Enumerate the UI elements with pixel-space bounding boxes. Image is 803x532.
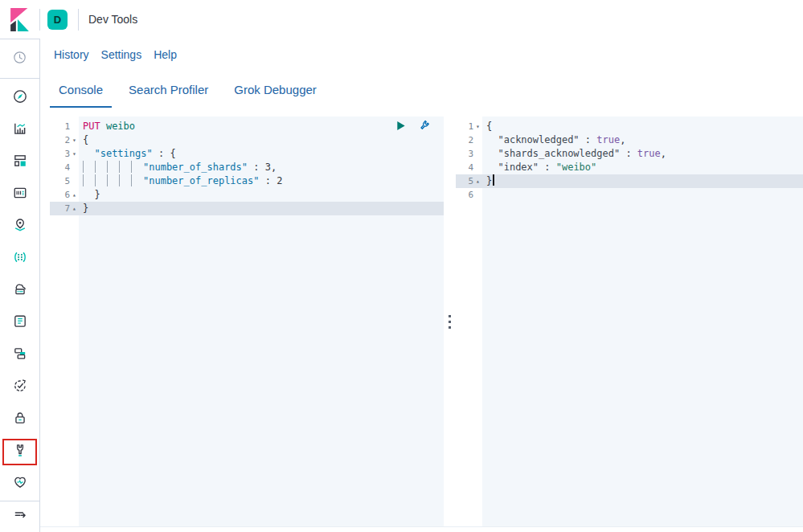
code-token: : bbox=[260, 175, 277, 186]
sidebar-collapse-menu[interactable] bbox=[13, 501, 27, 532]
indent-guide bbox=[83, 174, 95, 186]
tab-search-profiler[interactable]: Search Profiler bbox=[120, 71, 217, 108]
code-line[interactable]: } bbox=[79, 202, 444, 215]
request-settings-button[interactable] bbox=[417, 119, 431, 137]
fold-down-icon[interactable]: ▾ bbox=[473, 124, 482, 130]
sidebar-item-canvas[interactable] bbox=[0, 178, 39, 211]
code-token: , bbox=[620, 134, 625, 145]
lock-icon bbox=[13, 411, 27, 428]
text-cursor bbox=[493, 174, 494, 186]
code-token: , bbox=[271, 162, 277, 173]
fold-up-icon[interactable]: ▴ bbox=[70, 192, 79, 198]
code-line[interactable]: PUT weibo bbox=[79, 120, 444, 133]
global-header: D Dev Tools bbox=[0, 0, 803, 39]
line-number: 1 bbox=[64, 120, 70, 133]
line-number: 1 bbox=[468, 120, 473, 133]
code-token: "number_of_shards" bbox=[143, 162, 248, 173]
global-sidebar bbox=[0, 39, 40, 532]
fold-down-icon[interactable]: ▾ bbox=[70, 151, 79, 158]
editor-line: 4"number_of_shards" : 3, bbox=[50, 161, 444, 174]
sidebar-item-metrics[interactable] bbox=[0, 275, 39, 307]
code-line[interactable]: { bbox=[79, 133, 444, 147]
sidebar-item-maps[interactable] bbox=[0, 211, 39, 243]
code-line[interactable]: "number_of_replicas" : 2 bbox=[79, 174, 444, 188]
code-token: "index" bbox=[498, 162, 539, 173]
response-output[interactable]: 1▾{2 "acknowledged" : true,3 "shards_ack… bbox=[456, 117, 803, 526]
dev-tools-nav: HistorySettingsHelp bbox=[40, 39, 803, 71]
line-number-gutter: 2▾ bbox=[50, 133, 79, 147]
nav-link-settings[interactable]: Settings bbox=[101, 48, 142, 61]
bar-chart-icon bbox=[13, 121, 27, 139]
sidebar-item-dev-tools[interactable] bbox=[0, 436, 39, 468]
line-number-gutter: 7▴ bbox=[50, 202, 79, 215]
sidebar-item-siem[interactable] bbox=[0, 403, 39, 436]
line-number-gutter: 3 bbox=[456, 147, 482, 161]
code-token: : bbox=[539, 162, 556, 173]
sidebar-apps-section bbox=[0, 79, 39, 500]
code-token bbox=[83, 148, 94, 159]
line-number: 5 bbox=[468, 174, 473, 188]
pane-resize-handle[interactable] bbox=[444, 117, 456, 526]
code-line[interactable]: "settings" : { bbox=[79, 147, 444, 161]
code-line[interactable]: } bbox=[79, 188, 444, 202]
code-line[interactable]: "acknowledged" : true, bbox=[482, 133, 803, 147]
request-lines: 1PUT weibo2▾{3▾ "settings" : {4"number_o… bbox=[50, 120, 444, 215]
sidebar-item-apm[interactable] bbox=[0, 339, 39, 371]
line-number: 4 bbox=[468, 161, 473, 174]
indent-guide bbox=[131, 174, 143, 186]
request-actions bbox=[395, 119, 431, 137]
sidebar-item-uptime[interactable] bbox=[0, 371, 39, 403]
line-number-gutter: 3▾ bbox=[50, 147, 79, 161]
editor-line: 6 bbox=[456, 188, 803, 202]
indent-guide bbox=[131, 161, 143, 173]
indent-guide bbox=[119, 161, 131, 173]
fold-down-icon[interactable]: ▾ bbox=[70, 137, 79, 144]
code-token: : { bbox=[153, 148, 176, 159]
line-number: 4 bbox=[64, 161, 70, 174]
sidebar-item-discover[interactable] bbox=[0, 82, 39, 114]
indent-guide bbox=[95, 161, 107, 173]
code-line[interactable]: "index" : "weibo" bbox=[482, 161, 803, 174]
line-number: 6 bbox=[64, 188, 70, 202]
fold-up-icon[interactable]: ▴ bbox=[473, 178, 482, 185]
ml-dots-icon bbox=[13, 250, 27, 268]
indent-guide bbox=[83, 161, 95, 173]
indent-guide bbox=[107, 161, 119, 173]
fold-up-icon[interactable]: ▴ bbox=[70, 206, 79, 212]
wrench-icon bbox=[13, 443, 27, 460]
tab-grok-debugger[interactable]: Grok Debugger bbox=[225, 71, 326, 108]
kibana-logo[interactable] bbox=[0, 0, 39, 39]
sidebar-item-monitoring[interactable] bbox=[0, 468, 39, 500]
stack-icon bbox=[13, 346, 27, 364]
sidebar-top-section bbox=[0, 39, 39, 79]
code-line[interactable]: "shards_acknowledged" : true, bbox=[482, 147, 803, 161]
nav-link-history[interactable]: History bbox=[54, 48, 89, 61]
code-token: } bbox=[83, 203, 88, 214]
indent-guide bbox=[95, 174, 107, 186]
code-line[interactable] bbox=[482, 188, 803, 202]
code-line[interactable]: } bbox=[482, 174, 803, 188]
code-token: PUT bbox=[83, 121, 100, 132]
editor-line: 3▾ "settings" : { bbox=[50, 147, 444, 161]
editor-line-active: 5▴} bbox=[456, 174, 803, 188]
sidebar-item-machine-learning[interactable] bbox=[0, 243, 39, 275]
console-tabs: ConsoleSearch ProfilerGrok Debugger bbox=[40, 71, 803, 108]
code-token: 3 bbox=[265, 162, 271, 173]
dashboard-icon bbox=[13, 153, 27, 171]
code-line[interactable]: "number_of_shards" : 3, bbox=[79, 161, 444, 174]
send-request-button[interactable] bbox=[395, 120, 407, 136]
line-number: 5 bbox=[64, 174, 70, 188]
editor-line-active: 7▴} bbox=[50, 202, 444, 215]
header-separator bbox=[78, 9, 79, 31]
tab-console[interactable]: Console bbox=[50, 71, 112, 108]
sidebar-item-visualize[interactable] bbox=[0, 114, 39, 146]
editor-line: 1▾{ bbox=[456, 120, 803, 133]
code-token: : bbox=[580, 134, 597, 145]
code-line[interactable]: { bbox=[482, 120, 803, 133]
play-icon bbox=[395, 120, 407, 136]
sidebar-item-logs[interactable] bbox=[0, 307, 39, 339]
nav-link-help[interactable]: Help bbox=[154, 48, 177, 61]
sidebar-item-recent[interactable] bbox=[13, 43, 27, 75]
sidebar-item-dashboard[interactable] bbox=[0, 146, 39, 178]
request-editor[interactable]: 1PUT weibo2▾{3▾ "settings" : {4"number_o… bbox=[50, 117, 444, 526]
